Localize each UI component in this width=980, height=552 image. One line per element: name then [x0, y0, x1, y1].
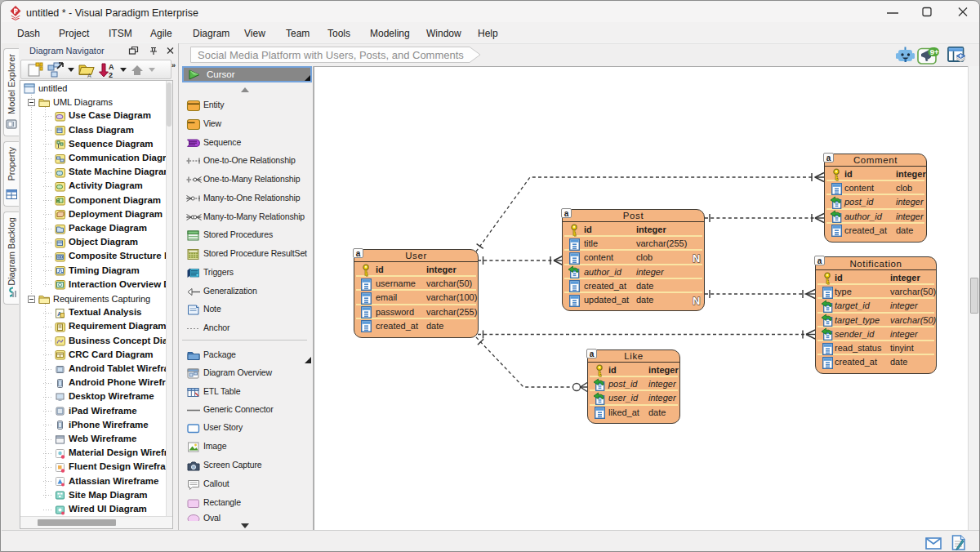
- svg-text:A: A: [109, 63, 114, 71]
- svg-text:A: A: [87, 73, 91, 78]
- svg-text:Social Media Platform with Use: Social Media Platform with Users, Posts,…: [198, 49, 464, 61]
- svg-text:N: N: [693, 295, 700, 306]
- svg-text:9+: 9+: [930, 47, 939, 56]
- svg-text:N: N: [693, 252, 700, 264]
- svg-text:2: 2: [109, 71, 113, 78]
